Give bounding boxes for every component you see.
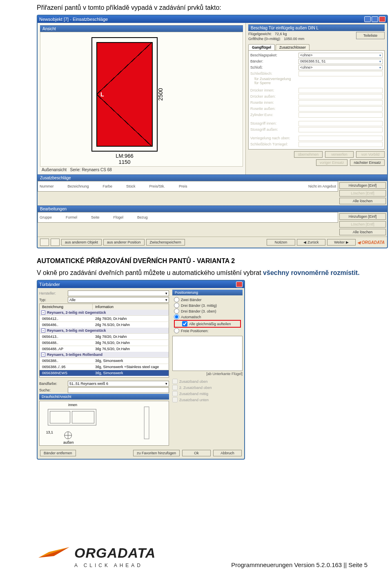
row-0656486[interactable]: 0656486..2tlg 76.5/20, Dr.Hahn bbox=[39, 322, 169, 328]
einsatzbeschlaege-window: Newsobjekt [7] - Einsatzbeschläge Ansich… bbox=[37, 15, 388, 248]
loeschen-button-2[interactable]: Löschen [Entf] bbox=[339, 221, 386, 228]
tab-zusatzschloesser[interactable]: Zusatzschlösser bbox=[276, 44, 310, 50]
opt-drei-oben[interactable]: Drei Bänder (3. oben) bbox=[174, 308, 241, 314]
abbruch-button[interactable]: Abbruch bbox=[213, 450, 242, 456]
tool-icon-2[interactable] bbox=[51, 239, 60, 246]
highlight-gleich: Alle gleichmäßig aufteilen bbox=[174, 320, 241, 328]
aus-position-button[interactable]: aus anderer Position bbox=[103, 239, 145, 246]
brand-label: ◀ ORGADATA bbox=[357, 240, 385, 245]
dialog-titlebar: Türbänder bbox=[38, 281, 244, 288]
zusatzbeschlaege-header: Zusatzbeschläge bbox=[38, 174, 387, 181]
ok-button[interactable]: Ok bbox=[182, 450, 211, 456]
beschlagspaket-select[interactable]: <ohne>▾ bbox=[298, 53, 383, 58]
svg-rect-2 bbox=[72, 411, 94, 423]
bearb-grid: Gruppe Formel Seite Flügel Bezug bbox=[38, 212, 338, 223]
opt-gleich[interactable]: Alle gleichmäßig aufteilen bbox=[182, 321, 239, 326]
orgadata-logo: ORGADATA A CLICK AHEAD bbox=[37, 540, 156, 568]
row-0656488ap[interactable]: 0656488..AP3tlg 76,5/20, Dr.Hahn bbox=[39, 346, 169, 352]
alle-loeschen-button-2[interactable]: Alle löschen bbox=[339, 229, 386, 235]
svg-text:13,1: 13,1 bbox=[46, 430, 53, 434]
favoriten-button[interactable]: zu Favoriten hinzufügen bbox=[133, 450, 180, 456]
maximize-icon[interactable] bbox=[372, 16, 378, 22]
beschlag-header: Beschlag Tür einflügelig außen DIN L bbox=[248, 25, 385, 31]
logo-text: ORGADATA bbox=[74, 545, 156, 561]
naechster-einsatz-button[interactable]: nächster Einsatz bbox=[350, 159, 385, 166]
dialog-title: Türbänder bbox=[39, 282, 60, 287]
window-controls bbox=[364, 16, 385, 22]
view-caption: Außenansicht Serie: Reynaers CS 68 bbox=[40, 168, 243, 172]
logo-sub: A CLICK AHEAD bbox=[74, 563, 143, 568]
chk-unten[interactable]: Zusatzband unten bbox=[172, 397, 243, 403]
opt-freie[interactable]: Freie Positionen: bbox=[174, 328, 241, 333]
row-0656413[interactable]: 0656413..3tlg 78/20, Dr.Hahn bbox=[39, 333, 169, 340]
baender-entfernen-button[interactable]: Bänder entfernen bbox=[40, 450, 76, 456]
tuerbaender-dialog: Türbänder Hersteller: ▾ Typ: Alle▾ Bezei… bbox=[37, 280, 245, 460]
window-bottom-bar: aus anderem Objekt aus anderer Position … bbox=[38, 237, 387, 248]
svg-rect-6 bbox=[144, 407, 149, 439]
preview-drawing-icon: 13,1 bbox=[40, 401, 169, 445]
loeschen-button-1[interactable]: Löschen [Entf] bbox=[339, 190, 386, 197]
notizen-button[interactable]: Notizen bbox=[267, 239, 295, 246]
aus-objekt-button[interactable]: aus anderem Objekt bbox=[61, 239, 102, 246]
zwischenspeichern-button[interactable]: Zwischenspeichern bbox=[146, 239, 185, 246]
voriger-einsatz-button[interactable]: voriger Einsatz bbox=[316, 159, 348, 166]
zusatz-grid: Nummer Bezeichnung Farbe Stück Preis/Stk… bbox=[38, 181, 338, 192]
tab-gangfluegel[interactable]: Gangflügel bbox=[248, 44, 275, 50]
baender-select[interactable]: 0656388.51, 51▾ bbox=[298, 59, 383, 64]
door-outline: L bbox=[91, 37, 158, 152]
zurueck-button[interactable]: ◀ Zurück bbox=[297, 239, 325, 246]
dimension-width: LM:966 1150 bbox=[91, 153, 158, 165]
suche-input[interactable] bbox=[68, 387, 169, 393]
draufsicht-header: Draufsicht/Ansicht bbox=[39, 394, 169, 400]
verwerfen-button[interactable]: verwerfen bbox=[325, 151, 354, 158]
close-icon[interactable] bbox=[379, 16, 385, 22]
preview-canvas: innen 13,1 außen bbox=[39, 401, 169, 446]
group-reynaers-3r[interactable]: –Reynaers, 3-teiliges Rollenband bbox=[39, 352, 169, 357]
von-vorbild-button[interactable]: von Vorbild bbox=[356, 151, 385, 158]
weiter-button[interactable]: Weiter ▶ bbox=[327, 239, 356, 246]
row-0656488[interactable]: 0656488..3tlg 76,5/20, Dr.Hahn bbox=[39, 340, 169, 346]
dialog-close-icon[interactable] bbox=[236, 281, 243, 287]
uebernehmen-button[interactable]: übernehmen bbox=[294, 151, 323, 158]
row-0656388-95[interactable]: 0656388../..953tlg, Simonswerk +Stainles… bbox=[39, 364, 169, 370]
opt-auto[interactable]: Automatisch bbox=[174, 314, 241, 319]
pos-options: Zwei Bänder Drei Bänder (3. mittig) Drei… bbox=[172, 295, 243, 335]
hersteller-select[interactable]: ▾ bbox=[68, 290, 169, 296]
typ-select[interactable]: Alle▾ bbox=[68, 297, 169, 303]
row-0656412[interactable]: 0656412..2tlg 78/20, Dr.Hahn bbox=[39, 315, 169, 322]
tool-icon-1[interactable] bbox=[40, 239, 49, 246]
freie-pos-grid[interactable] bbox=[172, 336, 243, 371]
svg-rect-1 bbox=[50, 411, 70, 423]
chk-oben[interactable]: Zusatzband oben bbox=[172, 378, 243, 384]
ansicht-header: Ansicht bbox=[40, 25, 243, 32]
group-reynaers-3g[interactable]: –Reynaers, 3-teilig mit Gegenstück bbox=[39, 328, 169, 333]
chk-mittig[interactable]: Zusatzband mittig bbox=[172, 391, 243, 397]
schloss-select[interactable]: <ohne>▾ bbox=[298, 65, 383, 70]
footer-text: Programmneuerungen Version 5.2.0.163 || … bbox=[231, 561, 368, 568]
door-leaf: L bbox=[96, 42, 153, 147]
hinzufuegen-button-1[interactable]: Hinzufügen [Einf] bbox=[339, 182, 386, 189]
opt-drei-mittig[interactable]: Drei Bänder (3. mittig) bbox=[174, 303, 241, 308]
bearbeitungen-header: Bearbeitungen bbox=[38, 206, 387, 212]
teileliste-button[interactable]: Teileliste bbox=[356, 32, 385, 39]
row-0656388news[interactable]: 0656388NEWS3tlg, Simonswerk bbox=[39, 370, 169, 376]
group-reynaers-2[interactable]: –Reynaers, 2-teilig mit Gegenstück bbox=[39, 310, 169, 315]
window-titlebar: Newsobjekt [7] - Einsatzbeschläge bbox=[38, 16, 387, 23]
section-heading: AUTOMATICKÉ PŘIŘAZOVÁNÍ DVEŘNÍCH PANTŮ -… bbox=[37, 257, 368, 266]
pos-hint: [ab Unterkante Flügel] bbox=[172, 372, 243, 376]
opt-zwei[interactable]: Zwei Bänder bbox=[174, 297, 241, 302]
row-0656388[interactable]: 0656388..3tlg, Simonswerk bbox=[39, 357, 169, 364]
gangfluegel-tabs: Gangflügel Zusatzschlösser bbox=[248, 44, 385, 50]
positionierung-header: Positionierung bbox=[172, 290, 243, 295]
window-title: Newsobjekt [7] - Einsatzbeschläge bbox=[39, 17, 108, 22]
chk-2oben[interactable]: 2. Zusatzband oben bbox=[172, 384, 243, 391]
door-letter: L bbox=[100, 91, 104, 98]
minimize-icon[interactable] bbox=[364, 16, 371, 22]
band-grid-header: Bezeichnung Information bbox=[39, 304, 169, 310]
zusatz-checks: Zusatzband oben 2. Zusatzband oben Zusat… bbox=[172, 378, 243, 403]
door-canvas: L 2500 LM:966 1150 bbox=[40, 32, 243, 167]
hinzufuegen-button-2[interactable]: Hinzufügen [Einf] bbox=[339, 213, 386, 220]
alle-loeschen-button-1[interactable]: Alle löschen bbox=[339, 198, 386, 204]
intro-line: Přiřazení pantů v tomto příkladě vypadá … bbox=[37, 3, 368, 12]
bandfarbe-select[interactable]: 51..51 Reynaers weiß 6▾ bbox=[68, 381, 169, 386]
